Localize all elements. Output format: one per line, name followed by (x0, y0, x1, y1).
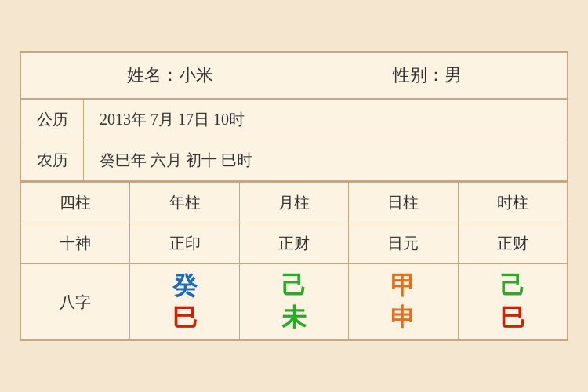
shizhu-label: 时柱 (459, 183, 567, 223)
shishen-2: 日元 (349, 223, 458, 263)
bazhi-1-bottom: 未 (281, 304, 307, 332)
header-row: 姓名：小米 性别：男 (21, 53, 567, 100)
bazhi-cell-3: 己 巳 (459, 264, 567, 339)
shishen-0: 正印 (130, 223, 239, 263)
lunar-row: 农历 癸巳年 六月 初十 巳时 (21, 140, 567, 181)
shishen-1: 正财 (240, 223, 349, 263)
bazhi-2-top: 甲 (390, 272, 416, 299)
sizhu-row: 四柱 年柱 月柱 日柱 时柱 (21, 183, 567, 223)
lunar-label: 农历 (21, 140, 84, 180)
bazhi-label: 八字 (21, 264, 130, 339)
nianzhu-label: 年柱 (130, 183, 239, 223)
shishen-label: 十神 (21, 223, 130, 263)
bazhi-3-top: 己 (500, 272, 525, 299)
gregorian-label: 公历 (21, 100, 84, 140)
bazhi-1-top: 己 (281, 272, 307, 299)
gregorian-row: 公历 2013年 7月 17日 10时 (21, 100, 567, 140)
main-container: 姓名：小米 性别：男 公历 2013年 7月 17日 10时 农历 癸巳年 六月… (20, 51, 568, 341)
bazhi-2-bottom: 申 (390, 304, 416, 332)
sizhu-label: 四柱 (21, 183, 130, 223)
shishen-3: 正财 (459, 223, 567, 263)
bazhi-cell-2: 甲 申 (349, 264, 458, 339)
gender-label: 性别：男 (393, 64, 462, 87)
bazhi-0-top: 癸 (172, 272, 198, 299)
table-section: 四柱 年柱 月柱 日柱 时柱 十神 正印 正财 日元 正财 八字 癸 巳 己 未 (21, 181, 567, 339)
yuezhu-label: 月柱 (240, 183, 349, 223)
shishen-row: 十神 正印 正财 日元 正财 (21, 223, 567, 264)
bazhi-3-bottom: 巳 (500, 304, 525, 332)
bazhi-cell-0: 癸 巳 (130, 264, 239, 339)
bazhi-cell-1: 己 未 (240, 264, 349, 339)
name-label: 姓名：小米 (127, 64, 213, 87)
rizhu-label: 日柱 (349, 183, 458, 223)
gregorian-value: 2013年 7月 17日 10时 (84, 100, 567, 140)
lunar-value: 癸巳年 六月 初十 巳时 (84, 140, 567, 180)
bazhi-row: 八字 癸 巳 己 未 甲 申 己 巳 (21, 264, 567, 339)
bazhi-0-bottom: 巳 (172, 304, 198, 332)
